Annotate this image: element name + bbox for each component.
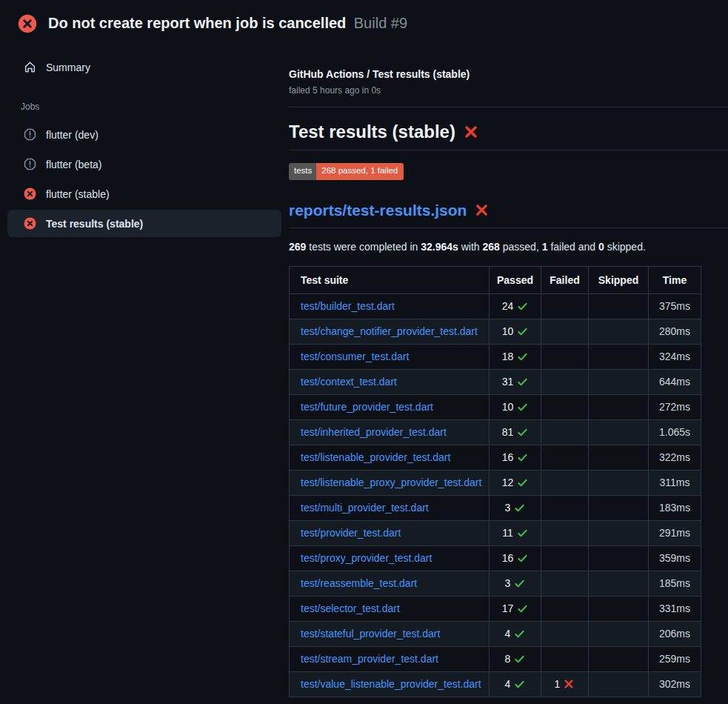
count-value: 16 <box>502 552 514 564</box>
failed-cell <box>541 470 589 495</box>
passed-cell: 12 <box>490 470 541 495</box>
count-value: 4 <box>505 628 511 640</box>
summary-fragment: 269 <box>289 241 306 253</box>
sidebar-item-job-2[interactable]: flutter (beta) <box>7 150 281 178</box>
test-suite-link[interactable]: test/inherited_provider_test.dart <box>301 426 447 438</box>
test-suite-link[interactable]: test/stream_provider_test.dart <box>301 653 438 665</box>
summary-fragment: 1 <box>542 241 548 253</box>
check-icon <box>517 528 528 539</box>
passed-cell: 16 <box>490 545 541 571</box>
passed-cell: 17 <box>490 596 541 621</box>
test-suite-link[interactable]: test/stateful_provider_test.dart <box>301 628 440 640</box>
test-suite-link[interactable]: test/value_listenable_provider_test.dart <box>301 678 481 690</box>
count-value: 12 <box>502 476 514 488</box>
time-cell: 185ms <box>649 571 701 596</box>
passed-cell: 10 <box>490 394 541 419</box>
jobs-list: flutter (dev)flutter (beta)flutter (stab… <box>0 121 289 237</box>
time-cell: 1.065s <box>649 419 701 445</box>
test-suite-cell: test/stream_provider_test.dart <box>290 646 490 671</box>
passed-cell: 16 <box>490 445 541 470</box>
test-suite-link[interactable]: test/consumer_test.dart <box>301 351 409 362</box>
main-content: GitHub Actions / Test results (stable) f… <box>289 41 728 697</box>
summary-fragment: with <box>458 241 483 253</box>
summary-fragment: 268 <box>483 241 500 253</box>
summary-fragment: tests were completed in <box>306 241 421 253</box>
table-header-row: Test suite Passed Failed Skipped Time <box>290 266 701 293</box>
sidebar-item-label: Test results (stable) <box>46 218 143 230</box>
table-row: test/future_provider_test.dart10272ms <box>290 394 701 419</box>
sidebar-item-job-3[interactable]: flutter (stable) <box>7 180 281 207</box>
skipped-cell <box>589 621 649 646</box>
sidebar-item-label: flutter (dev) <box>46 129 98 141</box>
skipped-cell <box>589 344 649 369</box>
test-suite-cell: test/provider_test.dart <box>290 520 490 545</box>
test-suite-link[interactable]: test/future_provider_test.dart <box>301 401 433 413</box>
sidebar-item-label: Summary <box>46 62 90 73</box>
time-cell: 331ms <box>649 596 701 621</box>
count-value: 11 <box>502 527 513 539</box>
check-icon <box>517 603 528 614</box>
test-suite-cell: test/builder_test.dart <box>290 293 490 319</box>
table-row: test/listenable_proxy_provider_test.dart… <box>290 470 701 495</box>
column-header-time: Time <box>649 266 701 293</box>
passed-cell: 18 <box>490 344 541 369</box>
sidebar-item-job-1[interactable]: flutter (dev) <box>7 121 281 148</box>
report-file-link[interactable]: reports/test-results.json <box>289 202 467 219</box>
header-divider <box>289 107 728 107</box>
test-suite-link[interactable]: test/multi_provider_test.dart <box>301 502 429 514</box>
test-suite-link[interactable]: test/provider_test.dart <box>301 527 401 539</box>
summary-fragment: 0 <box>598 241 604 253</box>
test-suite-link[interactable]: test/listenable_proxy_provider_test.dart <box>301 476 481 488</box>
table-row: test/stream_provider_test.dart8259ms <box>290 646 701 671</box>
test-suite-cell: test/listenable_proxy_provider_test.dart <box>290 470 490 495</box>
table-row: test/context_test.dart31644ms <box>290 369 701 394</box>
test-suite-link[interactable]: test/selector_test.dart <box>301 602 400 614</box>
sidebar-item-summary[interactable]: Summary <box>7 53 281 81</box>
skipped-cell <box>589 394 649 419</box>
time-cell: 272ms <box>649 394 701 419</box>
test-suite-link[interactable]: test/reassemble_test.dart <box>301 577 417 589</box>
table-row: test/multi_provider_test.dart3183ms <box>290 495 701 520</box>
test-summary-text: 269 tests were completed in 32.964s with… <box>289 241 728 253</box>
status-line: failed 5 hours ago in 0s <box>289 85 728 96</box>
failed-cell: 1 <box>541 671 589 697</box>
count-value: 17 <box>502 602 514 614</box>
check-icon <box>517 326 528 337</box>
test-suite-cell: test/value_listenable_provider_test.dart <box>290 671 490 697</box>
passed-cell: 8 <box>490 646 541 671</box>
jobs-section-label: Jobs <box>21 102 289 112</box>
test-suite-link[interactable]: test/builder_test.dart <box>301 300 395 312</box>
table-row: test/consumer_test.dart18324ms <box>290 344 701 369</box>
test-results-table: Test suite Passed Failed Skipped Time te… <box>289 266 701 697</box>
check-icon <box>517 351 528 362</box>
column-header-failed: Failed <box>541 266 589 293</box>
test-suite-link[interactable]: test/change_notifier_provider_test.dart <box>301 325 478 337</box>
badge-label: tests <box>289 163 316 180</box>
count-value: 8 <box>505 653 511 665</box>
test-suite-link[interactable]: test/listenable_provider_test.dart <box>301 451 450 463</box>
table-row: test/provider_test.dart11291ms <box>290 520 701 545</box>
home-icon <box>24 61 36 73</box>
count-value: 10 <box>502 401 514 413</box>
sidebar-item-job-4[interactable]: Test results (stable) <box>7 210 281 237</box>
failed-cell <box>541 445 589 470</box>
skipped-cell <box>589 545 649 571</box>
count-value: 10 <box>502 325 514 337</box>
test-suite-link[interactable]: test/proxy_provider_test.dart <box>301 552 432 564</box>
test-suite-link[interactable]: test/context_test.dart <box>301 376 397 388</box>
time-cell: 302ms <box>649 671 701 697</box>
test-suite-cell: test/stateful_provider_test.dart <box>290 621 490 646</box>
failed-x-icon <box>464 124 478 139</box>
sidebar: Summary Jobs flutter (dev)flutter (beta)… <box>0 41 289 239</box>
column-header-test-suite: Test suite <box>290 266 490 293</box>
failed-cell <box>541 344 589 369</box>
table-row: test/inherited_provider_test.dart811.065… <box>290 419 701 445</box>
failed-cell <box>541 369 589 394</box>
breadcrumb: GitHub Actions / Test results (stable) <box>289 68 728 80</box>
check-icon <box>514 502 525 514</box>
skipped-cell <box>589 445 649 470</box>
check-icon <box>514 578 525 589</box>
table-row: test/selector_test.dart17331ms <box>290 596 701 621</box>
failed-cell <box>541 545 589 571</box>
time-cell: 259ms <box>649 646 701 671</box>
